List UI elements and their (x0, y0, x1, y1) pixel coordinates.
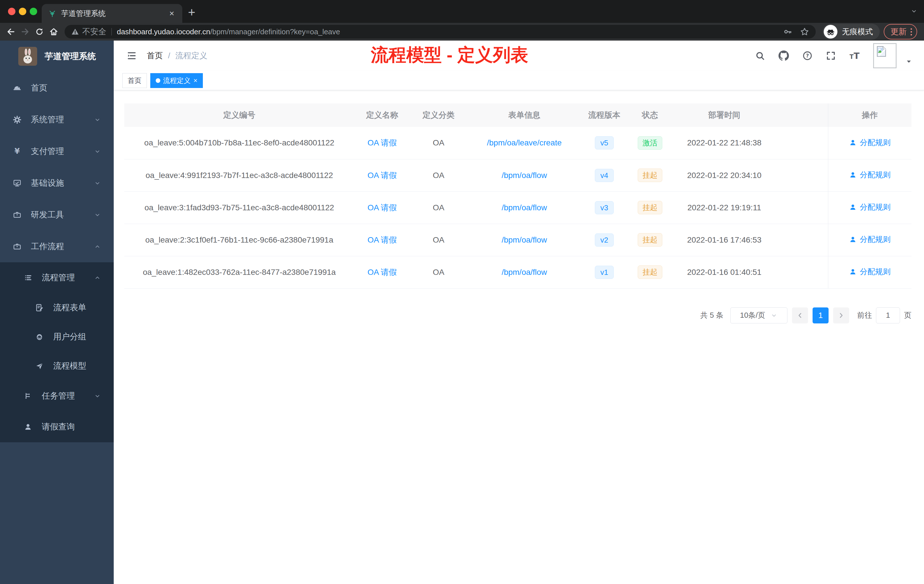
home-icon[interactable] (48, 25, 60, 38)
table-body: oa_leave:5:004b710b-7b8a-11ec-8ef0-acde4… (124, 127, 911, 288)
minimize-window-button[interactable] (19, 8, 26, 15)
tag-1[interactable]: 流程定义× (150, 73, 203, 88)
status-badge: 挂起 (638, 168, 662, 182)
assign-rule-link[interactable]: 分配规则 (849, 202, 891, 212)
back-icon[interactable] (5, 25, 17, 38)
page-1-button[interactable]: 1 (813, 307, 828, 323)
sidebar-item-8[interactable]: 用户分组 (0, 322, 114, 351)
github-icon[interactable] (778, 50, 789, 61)
form-icon (34, 304, 45, 312)
breadcrumb-home[interactable]: 首页 (147, 50, 163, 61)
search-icon[interactable] (755, 51, 765, 61)
chevron-down-icon (94, 180, 101, 187)
sidebar-submenu: 流程管理流程表单用户分组流程模型任务管理请假查询 (0, 262, 114, 442)
sidebar-item-2[interactable]: ¥支付管理 (0, 135, 114, 167)
sidebar-item-11[interactable]: 请假查询 (0, 411, 114, 442)
cell-definition-id: oa_leave:5:004b710b-7b8a-11ec-8ef0-acde4… (124, 127, 354, 159)
traffic-lights (8, 8, 37, 15)
app-logo-row[interactable]: 芋道管理系统 (0, 41, 114, 72)
chrome-update-button[interactable]: 更新 (884, 24, 917, 40)
sidebar-item-1[interactable]: 系统管理 (0, 104, 114, 135)
assign-rule-link[interactable]: 分配规则 (849, 137, 891, 148)
sidebar-item-4[interactable]: 研发工具 (0, 199, 114, 231)
tag-0[interactable]: 首页 (122, 73, 147, 88)
column-header: 部署时间 (673, 104, 776, 127)
address-bar[interactable]: 不安全 dashboard.yudao.iocoder.cn /bpm/mana… (64, 25, 816, 39)
form-link[interactable]: /bpm/oa/leave/create (487, 138, 562, 147)
sidebar-item-5[interactable]: 工作流程 (0, 231, 114, 262)
person-icon (849, 171, 857, 179)
hamburger-icon[interactable] (126, 50, 137, 61)
incognito-label: 无痕模式 (842, 26, 873, 37)
user-avatar-broken-image[interactable] (873, 43, 897, 68)
sidebar: 芋道管理系统 首页系统管理¥支付管理基础设施研发工具工作流程流程管理流程表单用户… (0, 41, 114, 584)
font-size-icon[interactable]: TT (849, 50, 860, 61)
prev-page-button[interactable] (792, 307, 808, 323)
help-icon[interactable]: ? (802, 51, 813, 61)
table-row: oa_leave:2:3c1f0ef1-76b1-11ec-9c66-a2380… (124, 224, 911, 256)
definition-name-link[interactable]: OA 请假 (368, 203, 397, 212)
cell-definition-name: OA 请假 (354, 191, 410, 224)
sidebar-item-9[interactable]: 流程模型 (0, 351, 114, 381)
form-link[interactable]: /bpm/oa/flow (502, 171, 547, 180)
kebab-menu-icon[interactable] (911, 28, 912, 35)
tab-search-chevron-icon[interactable] (910, 7, 918, 15)
cell-filler (776, 127, 828, 159)
cell-operations: 分配规则 (828, 191, 911, 224)
assign-rule-link[interactable]: 分配规则 (849, 267, 891, 277)
cell-form: /bpm/oa/flow (467, 256, 581, 288)
dashboard-icon (12, 84, 23, 92)
toolbox-icon (12, 242, 23, 251)
chevron-down-icon (94, 392, 101, 400)
form-link[interactable]: /bpm/oa/flow (502, 268, 547, 277)
tab-close-icon[interactable]: × (167, 8, 176, 18)
form-link[interactable]: /bpm/oa/flow (502, 203, 547, 212)
table-row: oa_leave:3:1fad3d93-7b75-11ec-a3c8-acde4… (124, 191, 911, 224)
table-row: oa_leave:5:004b710b-7b8a-11ec-8ef0-acde4… (124, 127, 911, 159)
page-size-select[interactable]: 10条/页 (730, 307, 787, 323)
chevron-down-icon (94, 148, 101, 155)
breadcrumb: 首页 / 流程定义 (147, 50, 208, 61)
column-header: 状态 (627, 104, 673, 127)
column-header: 流程版本 (581, 104, 627, 127)
sidebar-item-0[interactable]: 首页 (0, 72, 114, 104)
sidebar-item-6[interactable]: 流程管理 (0, 262, 114, 293)
tag-close-icon[interactable]: × (193, 77, 198, 84)
definition-name-link[interactable]: OA 请假 (368, 171, 397, 180)
cell-deploy-time: 2022-01-22 19:19:11 (673, 191, 776, 224)
cell-form: /bpm/oa/leave/create (467, 127, 581, 159)
definition-name-link[interactable]: OA 请假 (368, 268, 397, 277)
sidebar-item-label: 系统管理 (31, 114, 64, 125)
reload-icon[interactable] (33, 25, 46, 38)
bookmark-star-icon[interactable] (800, 27, 809, 36)
sidebar-item-10[interactable]: 任务管理 (0, 381, 114, 411)
assign-rule-link[interactable]: 分配规则 (849, 234, 891, 244)
cell-definition-id: oa_leave:1:482ec033-762a-11ec-8477-a2380… (124, 256, 354, 288)
definition-name-link[interactable]: OA 请假 (368, 236, 397, 244)
goto-page-input[interactable] (876, 307, 900, 323)
zoom-window-button[interactable] (30, 8, 37, 15)
cell-definition-id: oa_leave:3:1fad3d93-7b75-11ec-a3c8-acde4… (124, 191, 354, 224)
assign-rule-link[interactable]: 分配规则 (849, 170, 891, 180)
cell-category: OA (410, 127, 467, 159)
form-link[interactable]: /bpm/oa/flow (502, 236, 547, 244)
sidebar-item-7[interactable]: 流程表单 (0, 293, 114, 322)
tag-active-dot (156, 78, 160, 83)
forward-icon[interactable] (19, 25, 31, 38)
sidebar-item-label: 支付管理 (31, 146, 64, 157)
next-page-button[interactable] (833, 307, 849, 323)
assign-rule-label: 分配规则 (860, 170, 891, 180)
browser-tab[interactable]: 芋道管理系统 × (42, 4, 182, 23)
cell-version: v3 (581, 191, 627, 224)
definition-name-link[interactable]: OA 请假 (368, 138, 397, 147)
close-window-button[interactable] (8, 8, 15, 15)
sidebar-item-3[interactable]: 基础设施 (0, 167, 114, 199)
sidebar-item-label: 流程表单 (53, 302, 86, 313)
avatar-caret-down-icon[interactable] (904, 57, 913, 66)
cell-status: 挂起 (627, 224, 673, 256)
assign-rule-label: 分配规则 (860, 137, 891, 148)
new-tab-button[interactable]: + (188, 5, 195, 20)
password-key-icon[interactable] (783, 27, 792, 36)
fullscreen-icon[interactable] (826, 51, 836, 61)
cell-status: 激活 (627, 127, 673, 159)
